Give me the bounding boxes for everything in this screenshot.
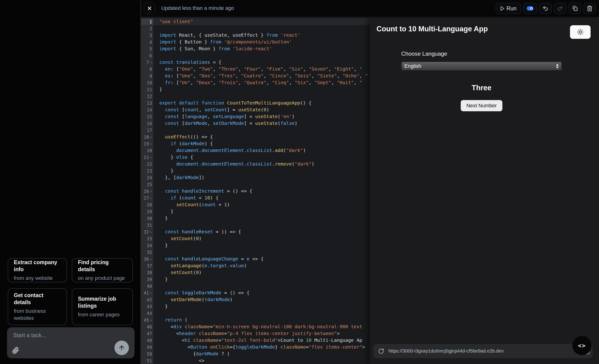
language-select[interactable]: English [401, 62, 562, 71]
fold-chevron-icon[interactable] [150, 258, 152, 260]
suggestion-title: Extract company info [14, 259, 61, 273]
sun-icon [577, 28, 584, 35]
suggestion-card-find-pricing-details[interactable]: Find pricing details on any product page [72, 258, 133, 282]
line-number-gutter: 23 [141, 167, 153, 174]
line-number-gutter: 50 [141, 350, 153, 357]
redo-button[interactable] [554, 3, 566, 14]
suggestion-card-extract-company-info[interactable]: Extract company info from any website [8, 258, 67, 282]
suggestion-subtitle: from career pages [78, 311, 127, 318]
task-input-placeholder: Start a tack... [13, 332, 46, 339]
fold-chevron-icon[interactable] [150, 142, 152, 145]
refresh-icon[interactable] [378, 348, 384, 354]
fold-chevron-icon[interactable] [150, 61, 152, 63]
line-number-gutter: 8 [141, 66, 153, 72]
line-number-gutter: 34 [141, 242, 153, 249]
suggestion-title: Find pricing details [78, 259, 127, 273]
line-number-gutter: 39 [141, 276, 153, 283]
fold-chevron-icon[interactable] [150, 230, 152, 233]
fold-chevron-icon[interactable] [150, 135, 152, 138]
send-button[interactable] [115, 341, 129, 355]
line-number-gutter: 42 [141, 296, 153, 303]
line-number-gutter: 38 [141, 269, 153, 276]
line-number-gutter: 46 [141, 323, 153, 330]
language-label: Choose Language [401, 51, 562, 57]
app-root: Extract company info from any website Fi… [0, 0, 599, 364]
suggestion-subtitle: from business websites [14, 308, 61, 322]
line-number-gutter: 43 [141, 303, 153, 310]
preview-app-title: Count to 10 Multi-Language App [377, 25, 488, 33]
select-arrows-icon [556, 64, 559, 68]
toggle-icon [527, 6, 534, 11]
fold-chevron-icon[interactable] [150, 319, 152, 321]
undo-icon [542, 5, 548, 11]
delete-button[interactable] [583, 3, 596, 14]
run-label: Run [507, 5, 516, 12]
line-number-gutter: 31 [141, 222, 153, 229]
line-number-gutter: 32 [141, 229, 153, 235]
line-number-gutter: 4 [141, 39, 153, 45]
line-number-gutter: 2 [141, 25, 153, 32]
suggestion-card-summarize-job-listings[interactable]: Summarize job listings from career pages [72, 288, 133, 325]
preview-url-bar[interactable]: https://3000-i3gxay1du0mcj0gjnp44d-cf5be… [373, 344, 593, 358]
line-number-gutter: 3 [141, 32, 153, 39]
line-number-gutter: 30 [141, 215, 153, 222]
line-number-gutter: 18 [141, 134, 153, 140]
line-number-gutter: 28 [141, 201, 153, 208]
line-number-gutter: 51 [141, 357, 153, 364]
preview-url: https://3000-i3gxay1du0mcj0gjnp44d-cf5be… [388, 348, 588, 354]
line-number-gutter: 33 [141, 235, 153, 242]
suggestion-card-get-contact-details[interactable]: Get contact details from business websit… [8, 288, 67, 325]
editor-toolbar: ✕ Updated less than a minute ago Run [141, 0, 599, 17]
next-number-button[interactable]: Next Number [461, 100, 502, 111]
run-button[interactable]: Run [496, 3, 521, 14]
line-number-gutter: 19 [141, 140, 153, 147]
toolbar-actions: Run [496, 3, 596, 14]
line-number-gutter: 22 [141, 161, 153, 167]
count-word: Three [401, 84, 562, 92]
line-number-gutter: 40 [141, 283, 153, 289]
line-number-gutter: 17 [141, 127, 153, 134]
line-number-gutter: 11 [141, 86, 153, 93]
suggestion-title: Get contact details [14, 292, 61, 306]
line-number-gutter: 15 [141, 113, 153, 120]
line-number-gutter: 45 [141, 317, 153, 323]
redo-icon [557, 5, 563, 11]
fold-chevron-icon[interactable] [150, 292, 152, 294]
line-number-gutter: 5 [141, 45, 153, 52]
toggle-switch-button[interactable] [523, 3, 537, 14]
line-number-gutter: 21 [141, 154, 153, 161]
line-number-gutter: 13 [141, 100, 153, 106]
fold-chevron-icon[interactable] [150, 190, 152, 192]
line-number-gutter: 47 [141, 330, 153, 337]
update-status: Updated less than a minute ago [161, 5, 234, 11]
suggestion-title: Summarize job listings [78, 295, 127, 309]
fold-chevron-icon[interactable] [150, 156, 152, 158]
task-input[interactable]: Start a tack... [7, 327, 134, 358]
copy-button[interactable] [569, 3, 581, 14]
show-code-button[interactable]: <> [572, 336, 591, 355]
close-button[interactable]: ✕ [144, 3, 155, 14]
line-number-gutter: 37 [141, 262, 153, 269]
play-icon [500, 6, 505, 11]
paperclip-icon[interactable] [12, 347, 19, 355]
line-number-gutter: 41 [141, 289, 153, 296]
line-number-gutter: 16 [141, 120, 153, 127]
suggestion-subtitle: on any product page [78, 275, 127, 282]
trash-icon [587, 5, 593, 11]
line-number-gutter: 48 [141, 337, 153, 344]
line-number-gutter: 26 [141, 188, 153, 195]
line-number-gutter: 14 [141, 106, 153, 113]
line-number-gutter: 1 [141, 18, 153, 25]
preview-content: Choose Language English Three Next Numbe… [401, 51, 562, 111]
line-number-gutter: 12 [141, 93, 153, 100]
line-number-gutter: 44 [141, 310, 153, 317]
language-select-value: English [404, 63, 556, 69]
theme-toggle-button[interactable] [570, 25, 590, 39]
undo-button[interactable] [539, 3, 552, 14]
fold-chevron-icon[interactable] [150, 197, 152, 199]
line-number-gutter: 20 [141, 147, 153, 154]
line-number-gutter: 7 [141, 59, 153, 66]
line-number-gutter: 6 [141, 52, 153, 59]
line-number-gutter: 36 [141, 255, 153, 262]
line-number-gutter: 9 [141, 72, 153, 79]
